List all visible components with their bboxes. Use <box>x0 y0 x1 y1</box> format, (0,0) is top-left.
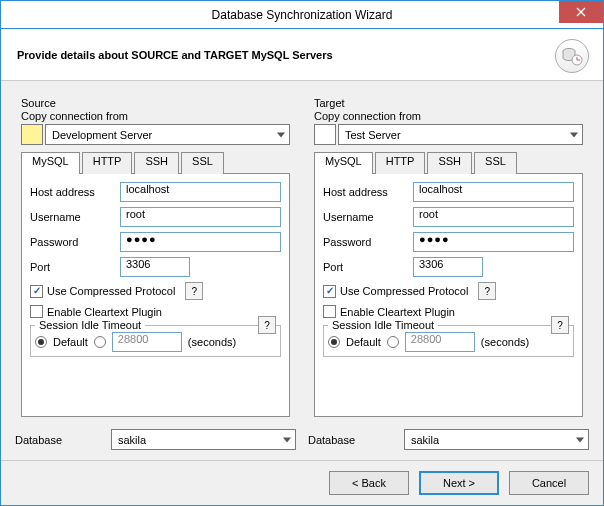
database-label: Database <box>15 434 111 446</box>
source-tabs: MySQL HTTP SSH SSL <box>21 151 290 173</box>
cleartext-label: Enable Cleartext Plugin <box>47 306 162 318</box>
user-label: Username <box>323 211 413 223</box>
target-title: Target <box>314 97 583 109</box>
target-compressed-checkbox[interactable] <box>323 285 336 298</box>
target-timeout-group: Session Idle Timeout ? Default 28800 (se… <box>323 325 574 357</box>
target-connection-value: Test Server <box>345 129 401 141</box>
wizard-window: Database Synchronization Wizard Provide … <box>0 0 604 506</box>
target-database-select[interactable]: sakila <box>404 429 589 450</box>
seconds-label: (seconds) <box>481 336 529 348</box>
port-label: Port <box>30 261 120 273</box>
tab-mysql[interactable]: MySQL <box>314 152 373 174</box>
target-port-input[interactable]: 3306 <box>413 257 483 277</box>
pass-label: Password <box>323 236 413 248</box>
tab-http[interactable]: HTTP <box>82 152 133 174</box>
header-strip: Provide details about SOURCE and TARGET … <box>1 29 603 81</box>
chevron-down-icon <box>570 132 578 137</box>
target-user-input[interactable]: root <box>413 207 574 227</box>
cancel-button[interactable]: Cancel <box>509 471 589 495</box>
database-sync-icon <box>561 45 583 67</box>
target-timeout-default-radio[interactable] <box>328 336 340 348</box>
help-button[interactable]: ? <box>185 282 203 300</box>
tab-ssh[interactable]: SSH <box>427 152 472 174</box>
target-timeout-custom-radio[interactable] <box>387 336 399 348</box>
seconds-label: (seconds) <box>188 336 236 348</box>
source-group: Source Copy connection from Development … <box>15 91 296 423</box>
default-label: Default <box>53 336 88 348</box>
target-color-swatch <box>314 124 336 145</box>
panels: Source Copy connection from Development … <box>15 91 589 450</box>
help-button[interactable]: ? <box>258 316 276 334</box>
database-label: Database <box>308 434 404 446</box>
source-color-swatch <box>21 124 43 145</box>
source-compressed-checkbox[interactable] <box>30 285 43 298</box>
close-icon <box>576 7 586 17</box>
source-db-row: Database sakila <box>15 429 296 450</box>
chevron-down-icon <box>283 437 291 442</box>
body: Source Copy connection from Development … <box>1 81 603 460</box>
compressed-label: Use Compressed Protocol <box>47 285 175 297</box>
target-cleartext-checkbox[interactable] <box>323 305 336 318</box>
back-button[interactable]: < Back <box>329 471 409 495</box>
source-host-input[interactable]: localhost <box>120 182 281 202</box>
window-title: Database Synchronization Wizard <box>1 8 603 22</box>
target-copy-row: Test Server <box>314 124 583 145</box>
help-button[interactable]: ? <box>478 282 496 300</box>
page-title: Provide details about SOURCE and TARGET … <box>17 49 333 61</box>
target-timeout-input[interactable]: 28800 <box>405 332 475 352</box>
source-database-value: sakila <box>118 434 146 446</box>
tab-ssl[interactable]: SSL <box>181 152 224 174</box>
source-tab-body: Host address localhost Username root Pas… <box>21 173 290 417</box>
source-timeout-default-radio[interactable] <box>35 336 47 348</box>
timeout-title: Session Idle Timeout <box>35 319 145 331</box>
footer: < Back Next > Cancel <box>1 460 603 505</box>
help-button[interactable]: ? <box>551 316 569 334</box>
timeout-title: Session Idle Timeout <box>328 319 438 331</box>
source-timeout-custom-radio[interactable] <box>94 336 106 348</box>
source-pass-input[interactable]: ●●●● <box>120 232 281 252</box>
tab-mysql[interactable]: MySQL <box>21 152 80 174</box>
source-copy-row: Development Server <box>21 124 290 145</box>
source-port-input[interactable]: 3306 <box>120 257 190 277</box>
wizard-icon <box>555 39 589 73</box>
compressed-label: Use Compressed Protocol <box>340 285 468 297</box>
source-timeout-input[interactable]: 28800 <box>112 332 182 352</box>
pass-label: Password <box>30 236 120 248</box>
cleartext-label: Enable Cleartext Plugin <box>340 306 455 318</box>
source-timeout-group: Session Idle Timeout ? Default 28800 (se… <box>30 325 281 357</box>
user-label: Username <box>30 211 120 223</box>
next-button[interactable]: Next > <box>419 471 499 495</box>
close-button[interactable] <box>559 1 603 23</box>
tab-ssh[interactable]: SSH <box>134 152 179 174</box>
copy-from-label: Copy connection from <box>21 110 290 122</box>
target-host-input[interactable]: localhost <box>413 182 574 202</box>
titlebar: Database Synchronization Wizard <box>1 1 603 29</box>
target-database-value: sakila <box>411 434 439 446</box>
target-pass-input[interactable]: ●●●● <box>413 232 574 252</box>
source-title: Source <box>21 97 290 109</box>
source-user-input[interactable]: root <box>120 207 281 227</box>
source-panel: Source Copy connection from Development … <box>15 91 296 450</box>
target-panel: Target Copy connection from Test Server … <box>308 91 589 450</box>
source-database-select[interactable]: sakila <box>111 429 296 450</box>
host-label: Host address <box>30 186 120 198</box>
target-db-row: Database sakila <box>308 429 589 450</box>
default-label: Default <box>346 336 381 348</box>
chevron-down-icon <box>576 437 584 442</box>
target-tabs: MySQL HTTP SSH SSL <box>314 151 583 173</box>
copy-from-label: Copy connection from <box>314 110 583 122</box>
target-group: Target Copy connection from Test Server … <box>308 91 589 423</box>
source-connection-select[interactable]: Development Server <box>45 124 290 145</box>
host-label: Host address <box>323 186 413 198</box>
port-label: Port <box>323 261 413 273</box>
tab-http[interactable]: HTTP <box>375 152 426 174</box>
source-cleartext-checkbox[interactable] <box>30 305 43 318</box>
source-connection-value: Development Server <box>52 129 152 141</box>
target-connection-select[interactable]: Test Server <box>338 124 583 145</box>
chevron-down-icon <box>277 132 285 137</box>
target-tab-body: Host address localhost Username root Pas… <box>314 173 583 417</box>
tab-ssl[interactable]: SSL <box>474 152 517 174</box>
